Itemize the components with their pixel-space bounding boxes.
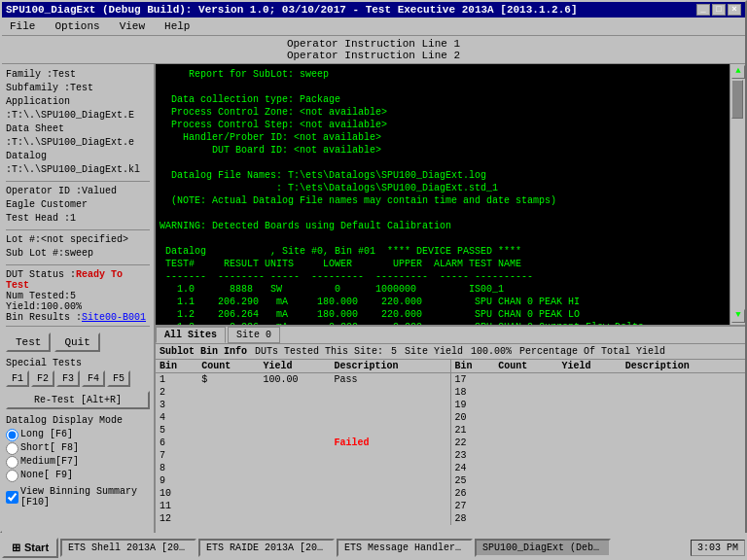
yield-cell: [558, 411, 622, 424]
table-row: 26: [451, 487, 746, 500]
datalog-row: Datalog :T:\.\SPU100_DiagExt.kl: [6, 150, 150, 177]
bin-col-header-r: Bin: [451, 360, 495, 373]
subfamily-value: Test: [70, 83, 93, 93]
taskbar-item-3[interactable]: SPU100_DiagExt (Deb...: [475, 539, 611, 557]
menu-view[interactable]: View: [116, 19, 149, 33]
bin-cell: 22: [451, 437, 495, 449]
menu-help[interactable]: Help: [160, 19, 194, 33]
sublot-bin-label[interactable]: Sublot Bin Info: [160, 346, 247, 357]
menu-bar: File Options View Help: [2, 18, 745, 36]
count-cell: [197, 424, 259, 437]
yield-cell: [259, 386, 330, 399]
table-row: 18: [451, 386, 746, 399]
f5-button[interactable]: F5: [107, 370, 130, 387]
radio-long[interactable]: Long [F6]: [6, 428, 150, 441]
desc-cell: [331, 462, 450, 474]
bin-cell: 9: [156, 474, 197, 487]
table-row: 7: [156, 449, 450, 462]
application-row: Application :T:\.\SPU100_DiagExt.E: [6, 95, 150, 122]
bin-table-right: Bin Count Yield Description 171819202122…: [451, 360, 746, 525]
test-button[interactable]: Test: [6, 332, 51, 352]
table-row: 10: [156, 487, 450, 500]
yield-cell: [259, 500, 330, 512]
table-row: 22: [451, 437, 746, 449]
tab-all-sites[interactable]: All Sites: [156, 327, 226, 343]
menu-options[interactable]: Options: [51, 19, 103, 33]
count-cell: [494, 399, 557, 411]
bin-results-value[interactable]: Site00-B001: [82, 312, 146, 323]
bin-cell: 6: [156, 437, 197, 449]
f2-button[interactable]: F2: [31, 370, 54, 387]
radio-medium[interactable]: Medium[F7]: [6, 455, 150, 469]
count-cell: [197, 449, 259, 462]
close-button[interactable]: ×: [728, 4, 741, 16]
table-row: 6Failed: [156, 437, 450, 449]
table-row: 2: [156, 386, 450, 399]
bin-cell: 4: [156, 411, 197, 424]
num-tested-value: 5: [70, 291, 76, 301]
desc-cell: [331, 411, 450, 424]
radio-short[interactable]: Short[ F8]: [6, 441, 150, 455]
bin-cell: 5: [156, 424, 197, 437]
title-text: SPU100_DiagExt (Debug Build): Version 1.…: [6, 4, 578, 16]
minimize-button[interactable]: _: [696, 4, 710, 16]
retest-button[interactable]: Re-Test [Alt+R]: [6, 391, 150, 409]
start-button[interactable]: ⊞ Start: [2, 538, 58, 558]
view-binning-group[interactable]: View Binning Summary [F10]: [6, 486, 150, 508]
taskbar-item-0[interactable]: ETS Shell 2013A [2013.1...: [60, 539, 196, 557]
log-scrollbar[interactable]: ▲ ▼: [729, 64, 745, 325]
count-cell: [494, 449, 557, 462]
view-binning-checkbox[interactable]: [6, 491, 18, 504]
family-row: Family :Test: [6, 68, 150, 82]
count-cell: [494, 424, 557, 437]
dut-status-row: DUT Status :Ready To Test: [6, 269, 150, 291]
yield-cell: 100.00: [259, 373, 330, 387]
count-cell: [494, 512, 557, 525]
taskbar-item-1[interactable]: ETS RAIDE 2013A [2013...: [198, 539, 335, 557]
yield-cell: [558, 424, 622, 437]
datasheet-value: T:\.\SPU100_DiagExt.e: [12, 137, 134, 148]
bin-table-left-table: Bin Count Yield Description 1$100.00Pass…: [156, 360, 450, 525]
yield-cell: [558, 462, 622, 474]
bin-cell: 8: [156, 462, 197, 474]
count-cell: [494, 474, 557, 487]
count-cell: [197, 437, 259, 449]
taskbar-item-2[interactable]: ETS Message Handler 20...: [337, 539, 473, 557]
count-cell: [494, 487, 557, 500]
maximize-button[interactable]: □: [712, 4, 726, 16]
f1-button[interactable]: F1: [6, 370, 29, 387]
lot-info: Lot #:<not specified> Sub Lot #:sweep: [6, 233, 150, 261]
duts-tested-label: DUTs Tested This Site:: [255, 346, 383, 357]
radio-none[interactable]: None[ F9]: [6, 469, 150, 482]
desc-cell: [331, 399, 450, 411]
sublot-row: Sub Lot #:sweep: [6, 247, 150, 261]
family-value: Test: [53, 69, 76, 80]
bin-cell: 3: [156, 399, 197, 411]
desc-cell: [622, 462, 745, 474]
desc-cell: [331, 386, 450, 399]
f3-button[interactable]: F3: [56, 370, 80, 387]
tab-site0[interactable]: Site 0: [228, 327, 280, 343]
subfamily-row: Subfamily :Test: [6, 82, 150, 95]
yield-cell: [259, 411, 330, 424]
count-cell: [494, 373, 557, 387]
scroll-down-button[interactable]: ▼: [731, 309, 745, 323]
quit-button[interactable]: Quit: [54, 332, 99, 352]
lot-value: <not specified>: [41, 234, 128, 245]
log-area[interactable]: Report for SubLot: sweep Data collection…: [156, 64, 745, 325]
f4-button[interactable]: F4: [82, 370, 105, 387]
operator-id-row: Operator ID :Valued Eagle Customer: [6, 185, 150, 212]
menu-file[interactable]: File: [6, 19, 39, 33]
bin-cell: 21: [451, 424, 495, 437]
table-row: 25: [451, 474, 746, 487]
bin-cell: 2: [156, 386, 197, 399]
test-head-label: Test Head :: [6, 213, 70, 224]
count-cell: [197, 512, 259, 525]
yield-cell: [259, 424, 330, 437]
desc-cell: [622, 500, 745, 512]
test-head-row: Test Head :1: [6, 212, 150, 226]
duts-tested-value: 5: [391, 346, 397, 357]
count-cell: [197, 474, 259, 487]
desc-cell: [622, 474, 745, 487]
scroll-up-button[interactable]: ▲: [731, 65, 745, 79]
